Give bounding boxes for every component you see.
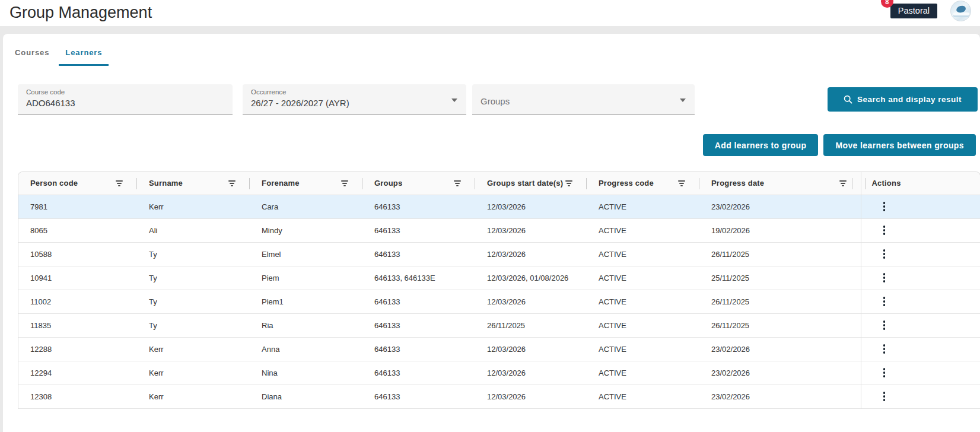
course-code-input[interactable] [26, 96, 224, 108]
column-header-surname[interactable]: Surname [137, 172, 250, 195]
tab-courses[interactable]: Courses [8, 45, 56, 66]
cell-start-dates: 12/03/2026 [475, 218, 587, 242]
cell-progress-date: 19/02/2026 [699, 218, 861, 242]
avatar[interactable] [950, 1, 971, 21]
cell-forename: Piem1 [250, 290, 362, 313]
filter-icon[interactable] [341, 180, 348, 186]
column-header-groups[interactable]: Groups [362, 172, 475, 195]
column-divider [852, 178, 852, 189]
cell-groups: 646133 [362, 361, 475, 385]
cell-groups: 646133 [362, 242, 475, 266]
table-row[interactable]: 12288KerrAnna64613312/03/2026ACTIVE23/02… [18, 337, 980, 361]
table-row[interactable]: 10941TyPiem646133, 646133E12/03/2026, 01… [18, 266, 980, 290]
column-header-progress-code[interactable]: Progress code [587, 172, 699, 195]
table-row[interactable]: 10588TyElmel64613312/03/2026ACTIVE26/11/… [18, 242, 980, 266]
cell-progress-code: ACTIVE [587, 242, 699, 266]
table-row[interactable]: 7981KerrCara64613312/03/2026ACTIVE23/02/… [18, 195, 980, 218]
column-header-person-code[interactable]: Person code [18, 172, 137, 195]
filter-icon[interactable] [116, 180, 123, 186]
row-actions-kebab-icon[interactable] [877, 365, 892, 380]
groups-select[interactable]: Groups [472, 84, 695, 115]
cell-forename: Cara [250, 195, 362, 218]
row-actions-kebab-icon[interactable] [877, 246, 892, 262]
cell-groups: 646133 [362, 313, 475, 337]
row-actions-kebab-icon[interactable] [877, 317, 892, 333]
cell-person-code: 12294 [18, 361, 137, 385]
groups-placeholder: Groups [481, 88, 686, 115]
cell-person-code: 12288 [18, 337, 137, 361]
cell-progress-code: ACTIVE [587, 195, 699, 218]
table-body: 7981KerrCara64613312/03/2026ACTIVE23/02/… [18, 195, 980, 408]
cell-person-code: 7981 [18, 195, 137, 218]
row-actions-kebab-icon[interactable] [877, 199, 892, 214]
cell-actions [861, 218, 980, 242]
column-label: Progress code [599, 179, 654, 188]
cell-person-code: 10588 [18, 242, 137, 266]
dropdown-arrow-icon [680, 99, 686, 102]
filter-icon[interactable] [228, 180, 236, 186]
group-actions-row: Add learners to group Move learners betw… [3, 115, 980, 156]
context-pastoral-button[interactable]: 8 Pastoral [890, 4, 937, 18]
page-title: Group Management [9, 1, 152, 24]
course-code-field[interactable]: Course code [18, 84, 233, 115]
column-label: Actions [872, 179, 901, 188]
table-row[interactable]: 11835TyRia64613326/11/2025ACTIVE26/11/20… [18, 313, 980, 337]
cell-actions [861, 385, 980, 408]
cell-person-code: 10941 [18, 266, 137, 290]
cell-progress-date: 26/11/2025 [699, 290, 861, 313]
filter-icon[interactable] [678, 180, 685, 186]
column-label: Groups start date(s) [487, 179, 563, 188]
filter-icon[interactable] [454, 180, 461, 186]
column-header-forename[interactable]: Forename [250, 172, 362, 195]
cell-forename: Anna [250, 337, 362, 361]
table-row[interactable]: 8065AliMindy64613312/03/2026ACTIVE19/02/… [18, 218, 980, 242]
table-row[interactable]: 12294KerrNina64613312/03/2026ACTIVE23/02… [18, 361, 980, 385]
cell-progress-date: 23/02/2026 [699, 337, 861, 361]
cell-actions [861, 313, 980, 337]
cell-groups: 646133 [362, 218, 475, 242]
cell-actions [861, 337, 980, 361]
cell-surname: Ty [137, 242, 250, 266]
cell-progress-date: 26/11/2025 [699, 242, 861, 266]
cell-person-code: 8065 [18, 218, 137, 242]
cell-start-dates: 12/03/2026 [475, 361, 587, 385]
cell-forename: Piem [250, 266, 362, 290]
table-header-row: Person codeSurnameForenameGroupsGroups s… [18, 172, 980, 195]
cell-actions [861, 195, 980, 218]
cell-progress-code: ACTIVE [587, 266, 699, 290]
column-label: Surname [149, 179, 183, 188]
cell-forename: Nina [250, 361, 362, 385]
row-actions-kebab-icon[interactable] [877, 223, 892, 238]
cell-start-dates: 12/03/2026, 01/08/2026 [475, 266, 587, 290]
cell-progress-code: ACTIVE [587, 218, 699, 242]
cell-surname: Ty [137, 266, 250, 290]
search-and-display-button[interactable]: Search and display result [828, 87, 978, 112]
tab-learners[interactable]: Learners [59, 45, 109, 66]
dropdown-arrow-icon [451, 99, 457, 102]
cell-progress-date: 23/02/2026 [699, 361, 861, 385]
column-header-progress-date[interactable]: Progress date [699, 172, 861, 195]
table-row[interactable]: 12308KerrDiana64613312/03/2026ACTIVE23/0… [18, 385, 980, 408]
table-row[interactable]: 11002TyPiem164613312/03/2026ACTIVE26/11/… [18, 290, 980, 313]
occurrence-select[interactable]: Occurrence 26/27 - 2026/2027 (AYR) [243, 84, 466, 115]
top-bar: Group Management 8 Pastoral [0, 0, 980, 26]
cell-groups: 646133 [362, 195, 475, 218]
column-header-start-dates[interactable]: Groups start date(s) [475, 172, 587, 195]
row-actions-kebab-icon[interactable] [877, 294, 892, 309]
move-learners-button[interactable]: Move learners between groups [823, 134, 976, 156]
cell-start-dates: 12/03/2026 [475, 337, 587, 361]
column-label: Groups [374, 179, 402, 188]
main-card: Courses Learners Course code Occurrence … [3, 34, 980, 432]
search-icon [844, 95, 852, 104]
cell-actions [861, 290, 980, 313]
cell-progress-code: ACTIVE [587, 361, 699, 385]
filter-icon[interactable] [565, 180, 572, 186]
row-actions-kebab-icon[interactable] [877, 341, 892, 357]
cell-progress-date: 23/02/2026 [699, 385, 861, 408]
occurrence-label: Occurrence [251, 88, 458, 96]
row-actions-kebab-icon[interactable] [877, 389, 892, 404]
filter-icon[interactable] [839, 180, 847, 186]
row-actions-kebab-icon[interactable] [877, 270, 892, 285]
add-learners-button[interactable]: Add learners to group [703, 134, 819, 156]
cell-person-code: 12308 [18, 385, 137, 408]
